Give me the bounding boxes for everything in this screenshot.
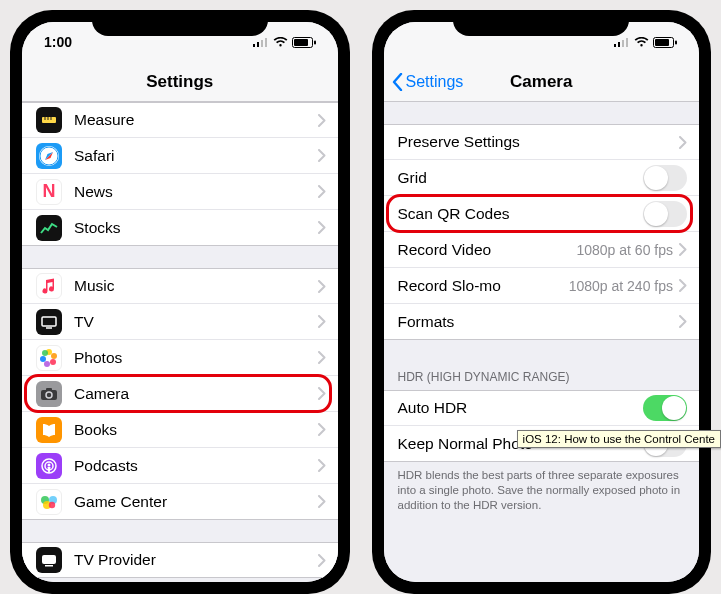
signal-icon	[614, 37, 630, 47]
chevron-right-icon	[318, 114, 326, 127]
tvprov-icon	[36, 547, 62, 573]
chevron-right-icon	[679, 243, 687, 256]
chevron-right-icon	[318, 185, 326, 198]
camera-row-auto-hdr[interactable]: Auto HDR	[384, 390, 700, 426]
row-label: Books	[74, 421, 318, 439]
svg-rect-7	[42, 117, 56, 123]
settings-row-stocks[interactable]: Stocks	[22, 210, 338, 246]
status-icons	[253, 37, 316, 48]
row-label: Grid	[398, 169, 644, 187]
settings-list[interactable]: Measure Safari N News Stocks Musi	[22, 102, 338, 582]
row-label: Preserve Settings	[398, 133, 680, 151]
books-icon	[36, 417, 62, 443]
svg-rect-33	[614, 44, 616, 47]
settings-row-music[interactable]: Music	[22, 268, 338, 304]
svg-rect-34	[618, 42, 620, 47]
camera-row-record-slo-mo[interactable]: Record Slo-mo 1080p at 240 fps	[384, 268, 700, 304]
row-detail: 1080p at 60 fps	[576, 242, 673, 258]
screen-settings: 1:00 Settings Measure Safari N Ne	[22, 22, 338, 582]
measure-icon	[36, 107, 62, 133]
settings-row-safari[interactable]: Safari	[22, 138, 338, 174]
chevron-right-icon	[318, 221, 326, 234]
svg-rect-1	[257, 42, 259, 47]
camera-row-formats[interactable]: Formats	[384, 304, 700, 340]
tooltip-overlay: iOS 12: How to use the Control Cente	[517, 430, 721, 448]
hdr-section-header: HDR (HIGH DYNAMIC RANGE)	[384, 364, 700, 390]
svg-rect-35	[622, 40, 624, 47]
svg-rect-0	[253, 44, 255, 47]
chevron-right-icon	[318, 495, 326, 508]
settings-row-tvprov[interactable]: TV Provider	[22, 542, 338, 578]
chevron-right-icon	[318, 554, 326, 567]
chevron-right-icon	[318, 315, 326, 328]
nav-bar: Settings	[22, 62, 338, 102]
settings-row-news[interactable]: N News	[22, 174, 338, 210]
svg-point-16	[51, 353, 57, 359]
svg-point-19	[40, 356, 46, 362]
row-label: Scan QR Codes	[398, 205, 644, 223]
camera-row-record-video[interactable]: Record Video 1080p at 60 fps	[384, 232, 700, 268]
svg-point-26	[48, 463, 51, 466]
chevron-right-icon	[318, 387, 326, 400]
row-label: Record Video	[398, 241, 577, 259]
status-time: 1:00	[44, 34, 72, 50]
settings-row-measure[interactable]: Measure	[22, 102, 338, 138]
camera-icon	[36, 381, 62, 407]
settings-row-gamectr[interactable]: Game Center	[22, 484, 338, 520]
toggle[interactable]	[643, 201, 687, 227]
row-label: Photos	[74, 349, 318, 367]
chevron-right-icon	[679, 136, 687, 149]
hdr-footer-text: HDR blends the best parts of three separ…	[384, 462, 700, 513]
camera-settings-list[interactable]: Preserve Settings Grid Scan QR Codes Rec…	[384, 102, 700, 582]
svg-rect-2	[261, 40, 263, 47]
svg-rect-5	[294, 39, 308, 46]
chevron-right-icon	[318, 351, 326, 364]
row-label: Podcasts	[74, 457, 318, 475]
svg-rect-3	[265, 38, 267, 47]
back-button[interactable]: Settings	[392, 73, 464, 91]
tv-icon	[36, 309, 62, 335]
row-label: Music	[74, 277, 318, 295]
svg-rect-22	[46, 388, 52, 391]
wifi-icon	[273, 37, 288, 48]
chevron-right-icon	[679, 315, 687, 328]
row-label: Safari	[74, 147, 318, 165]
chevron-right-icon	[318, 149, 326, 162]
battery-icon	[653, 37, 677, 48]
safari-icon	[36, 143, 62, 169]
music-icon	[36, 273, 62, 299]
svg-rect-32	[45, 565, 53, 567]
row-label: Measure	[74, 111, 318, 129]
svg-rect-13	[42, 317, 56, 326]
phone-left: 1:00 Settings Measure Safari N Ne	[10, 10, 350, 594]
row-label: TV Provider	[74, 551, 318, 569]
settings-row-tv[interactable]: TV	[22, 304, 338, 340]
settings-row-camera[interactable]: Camera	[22, 376, 338, 412]
photos-icon	[36, 345, 62, 371]
news-icon: N	[36, 179, 62, 205]
svg-rect-31	[42, 555, 56, 564]
toggle[interactable]	[643, 165, 687, 191]
status-icons	[614, 37, 677, 48]
settings-row-podcasts[interactable]: Podcasts	[22, 448, 338, 484]
row-label: News	[74, 183, 318, 201]
gamectr-icon	[36, 489, 62, 515]
chevron-right-icon	[679, 279, 687, 292]
back-label: Settings	[406, 73, 464, 91]
camera-row-scan-qr-codes[interactable]: Scan QR Codes	[384, 196, 700, 232]
chevron-right-icon	[318, 459, 326, 472]
signal-icon	[253, 37, 269, 47]
svg-point-18	[44, 361, 50, 367]
wifi-icon	[634, 37, 649, 48]
row-label: Formats	[398, 313, 680, 331]
settings-row-photos[interactable]: Photos	[22, 340, 338, 376]
row-label: Record Slo-mo	[398, 277, 569, 295]
notch	[92, 10, 268, 36]
chevron-right-icon	[318, 423, 326, 436]
camera-row-grid[interactable]: Grid	[384, 160, 700, 196]
toggle[interactable]	[643, 395, 687, 421]
settings-row-books[interactable]: Books	[22, 412, 338, 448]
row-label: Stocks	[74, 219, 318, 237]
nav-title: Settings	[146, 72, 213, 92]
camera-row-preserve-settings[interactable]: Preserve Settings	[384, 124, 700, 160]
